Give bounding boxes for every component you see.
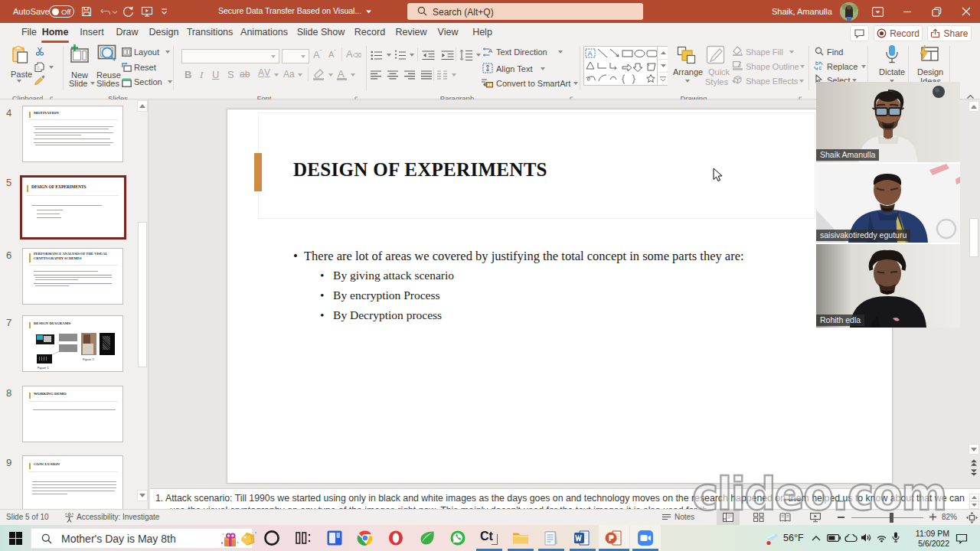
avatar[interactable] [840,2,858,21]
taskbar-widgets-icon[interactable] [325,529,344,547]
slide-thumbnail-7[interactable]: DESIGN DIAGRAMS Figure 2 Figure 1 [22,315,123,372]
shape-outline-icon[interactable] [732,60,743,70]
align-right-icon[interactable] [404,70,416,80]
line-spacing-icon[interactable] [459,49,472,61]
slide-title[interactable]: DESIGN OF EXPERIMENTS [293,159,547,181]
shape-effects-label[interactable]: Shape Effects [746,77,798,86]
record-button[interactable]: Record [874,25,923,41]
arrange-label[interactable]: Arrange [673,67,703,77]
collapse-ribbon-icon[interactable] [966,93,975,99]
convert-smartart-icon[interactable] [481,77,493,88]
paste-label[interactable]: Paste [11,70,32,79]
decrease-indent-icon[interactable] [422,51,435,60]
reset-icon[interactable] [122,63,132,72]
title-dropdown-icon[interactable] [365,9,372,15]
columns-dropdown-icon[interactable] [451,73,456,77]
restore-button[interactable] [922,0,951,23]
dictate-label[interactable]: Dictate [879,67,905,77]
bullets-icon[interactable] [371,51,383,60]
tab-slide-show[interactable]: Slide Show [296,23,345,43]
shape-fill-label[interactable]: Shape Fill [746,47,783,57]
quick-styles-icon[interactable] [706,45,726,64]
quick-styles-label-1[interactable]: Quick [708,67,730,77]
taskbar-file-explorer-icon[interactable] [511,529,530,547]
increase-indent-icon[interactable] [441,51,454,60]
taskbar-word-icon[interactable] [573,529,592,547]
video-feed-1[interactable]: Shaik Amanulla [816,82,960,162]
notes-scroll-down-button[interactable] [969,501,979,509]
document-title[interactable]: Secure Data Transfer Based on Visual... [218,6,361,15]
layout-label[interactable]: Layout [134,47,159,57]
save-icon[interactable] [80,5,93,18]
taskbar-ring-app-icon[interactable] [263,529,281,547]
paste-icon[interactable] [12,46,28,64]
slide-thumbnail-5-selected[interactable]: DESIGN OF EXPERIMENTS [20,175,126,240]
section-icon[interactable] [122,78,132,87]
taskbar-opera-icon[interactable] [387,529,405,547]
line-spacing-dropdown-icon[interactable] [475,54,481,57]
strikethrough-button[interactable]: ab [240,69,250,80]
replace-label[interactable]: Replace [827,62,858,71]
taskbar-taskview-icon[interactable] [294,529,312,547]
panel-scroll-up-button[interactable] [137,100,148,112]
arrange-icon[interactable] [677,46,697,64]
clear-formatting-icon[interactable]: A⌫ [346,48,361,60]
font-name-combo[interactable] [181,49,279,64]
slide-sub-bullet-1[interactable]: • By giving attack scenario [320,269,454,282]
align-left-icon[interactable] [371,70,382,80]
font-size-combo[interactable] [282,49,309,64]
change-case-dropdown-icon[interactable] [297,73,302,77]
slide-thumbnail-9[interactable]: CONCLUSION [22,455,123,509]
layout-icon[interactable] [122,47,132,57]
undo-dropdown-icon[interactable] [112,10,118,15]
slide-thumbnail-8[interactable]: WORKING DEMO [22,386,123,442]
design-ideas-label-1[interactable]: Design [917,67,943,77]
bold-button[interactable]: B [185,69,191,80]
copy-icon[interactable] [34,62,44,72]
taskbar-whatsapp-icon[interactable] [449,529,467,547]
shape-effects-icon[interactable] [732,75,743,85]
slide-thumbnail-6[interactable]: PERFORMANCE ANALYSIS OF THE VISUAL CRYPT… [22,248,123,305]
video-feed-2[interactable]: saisivakotireddy eguturu [816,164,960,243]
italic-button[interactable]: I [200,69,203,81]
character-spacing-dropdown-icon[interactable] [273,73,279,77]
text-direction-label[interactable]: Text Direction [496,47,547,57]
ribbon-display-options-button[interactable] [863,0,892,23]
underline-button[interactable]: U [212,69,219,80]
bullets-dropdown-icon[interactable] [386,54,391,57]
panel-scrollbar-thumb[interactable] [138,222,147,367]
tab-insert[interactable]: Insert [76,23,108,43]
taskbar-notepad-icon[interactable] [542,529,560,547]
tab-review[interactable]: Review [394,23,428,43]
tab-home[interactable]: Home [40,23,70,43]
new-slide-dropdown-icon[interactable] [90,82,95,86]
tab-draw[interactable]: Draw [113,23,142,43]
redo-icon[interactable] [122,5,134,18]
layout-dropdown-icon[interactable] [165,51,170,54]
dictate-icon[interactable] [882,44,902,64]
character-spacing-icon[interactable]: A̲V̲ [258,67,270,78]
slide-sub-bullet-2[interactable]: • By encryption Process [320,289,440,302]
cut-icon[interactable] [35,47,44,56]
slide-indicator[interactable]: Slide 5 of 10 [6,513,49,521]
align-text-dropdown-icon[interactable] [540,67,545,71]
decrease-font-size-icon[interactable]: Aˇ [328,48,336,59]
tab-file[interactable]: File [17,23,41,43]
numbering-icon[interactable] [394,51,407,60]
canvas-scroll-up-button[interactable] [969,101,979,112]
taskbar-ct-app-icon[interactable]: Ct [480,529,498,547]
slide-sub-bullet-3[interactable]: • By Decryption process [320,308,442,322]
canvas-scroll-down-button[interactable] [969,444,979,455]
numbering-dropdown-icon[interactable] [409,54,414,57]
tab-view[interactable]: View [436,23,460,43]
design-ideas-icon[interactable] [918,44,939,64]
reuse-slides-icon[interactable] [97,44,116,64]
section-label[interactable]: Section [134,77,162,86]
account-name[interactable]: Shaik, Amanulla [772,7,832,16]
canvas-scrollbar[interactable] [968,99,980,488]
align-text-label[interactable]: Align Text [496,64,533,73]
shape-outline-dropdown-icon[interactable] [799,65,805,69]
format-painter-icon[interactable] [34,75,45,85]
previous-slide-button[interactable] [970,459,978,466]
quick-styles-label-2[interactable]: Styles [705,77,728,86]
